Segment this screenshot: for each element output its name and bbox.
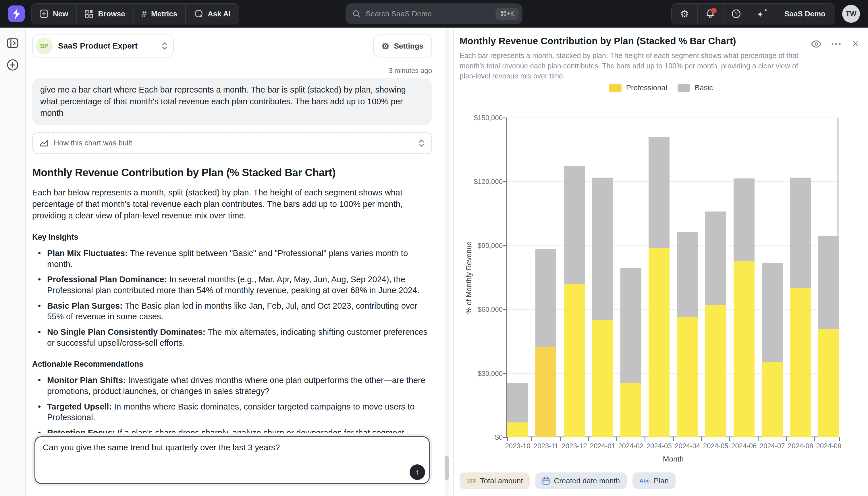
agent-settings-button[interactable]: ⚙ Settings [373, 34, 432, 58]
bar-segment-professional[interactable] [648, 248, 670, 437]
bar-segment-professional[interactable] [818, 329, 839, 437]
bar-segment-basic[interactable] [734, 179, 755, 260]
chat-panel: SP SaaS Product Expert ⚙ Settings 3 minu… [26, 28, 453, 496]
bar-segment-basic[interactable] [677, 232, 698, 317]
browse-button[interactable]: Browse [77, 4, 133, 24]
settings-gear-button[interactable]: ⚙ [672, 4, 698, 24]
chat-header: SP SaaS Product Expert ⚙ Settings [32, 34, 432, 58]
bar-segment-professional[interactable] [790, 288, 811, 437]
bar-2023-11[interactable] [535, 118, 556, 437]
new-button[interactable]: New [32, 4, 77, 24]
x-axis-tick [645, 437, 645, 441]
x-axis-tick [616, 437, 617, 441]
field-tag-created-date-month[interactable]: Created date month [535, 472, 627, 489]
chat-scroll-area: SP SaaS Product Expert ⚙ Settings 3 minu… [32, 34, 432, 433]
agent-select[interactable]: SP SaaS Product Expert [32, 34, 174, 58]
field-tag-label: Total amount [480, 477, 523, 485]
global-search[interactable]: Search SaaS Demo ⌘+K [345, 3, 523, 24]
nav-button-group: New Browse # Metrics Ask AI [31, 3, 239, 25]
app-logo[interactable] [8, 5, 25, 22]
send-button[interactable]: ↑ [409, 464, 425, 480]
bar-segment-professional[interactable] [677, 317, 698, 437]
bar-2024-06[interactable] [734, 118, 755, 437]
bar-2024-03[interactable] [648, 118, 670, 437]
bar-segment-basic[interactable] [507, 383, 528, 422]
bar-segment-basic[interactable] [648, 137, 670, 248]
y-axis-tick-label: $60,000 [457, 306, 503, 313]
list-item: Targeted Upsell: In months where Basic d… [32, 401, 432, 423]
expand-sidebar-button[interactable] [6, 37, 19, 49]
insights-list: Plan Mix Fluctuates: The revenue split b… [32, 248, 432, 348]
help-button[interactable]: ? [724, 4, 750, 24]
article-title: Monthly Revenue Contribution by Plan (% … [32, 167, 432, 179]
insights-heading: Key Insights [32, 233, 432, 242]
field-tag-total-amount[interactable]: 123 Total amount [460, 472, 530, 489]
bar-segment-basic[interactable] [762, 263, 783, 362]
field-tag-label: Created date month [554, 477, 620, 485]
recommendations-list: Monitor Plan Shifts: Investigate what dr… [32, 375, 432, 433]
navbar-icon-group: ⚙ ? ✦✦ SaaS Demo [671, 3, 835, 25]
notification-dot [711, 8, 717, 14]
bar-segment-professional[interactable] [507, 422, 528, 437]
chat-input[interactable]: Can you give the same trend but quarterl… [34, 436, 430, 484]
article-intro: Each bar below represents a month, split… [32, 187, 432, 221]
bar-2024-02[interactable] [621, 118, 641, 437]
bar-segment-basic[interactable] [818, 236, 839, 328]
new-thread-button[interactable] [6, 59, 19, 71]
bar-segment-professional[interactable] [592, 320, 613, 437]
chat-scrollbar-thumb[interactable] [445, 456, 449, 480]
bar-segment-basic[interactable] [535, 249, 556, 347]
bar-2024-04[interactable] [677, 118, 698, 437]
navbar-right: ⚙ ? ✦✦ SaaS Demo [671, 3, 860, 25]
bar-segment-professional[interactable] [734, 261, 755, 437]
bar-segment-professional[interactable] [535, 347, 556, 437]
search-placeholder: Search SaaS Demo [366, 10, 496, 18]
bar-2023-10[interactable] [507, 118, 528, 437]
field-tags: 123 Total amount Created date month Abc … [460, 472, 676, 489]
metrics-button[interactable]: # Metrics [133, 4, 186, 24]
x-axis-tick [588, 437, 589, 441]
bar-2024-08[interactable] [790, 118, 811, 437]
bar-segment-professional[interactable] [621, 383, 641, 437]
agent-name: SaaS Product Expert [58, 41, 138, 50]
list-item: No Single Plan Consistently Dominates: T… [32, 327, 432, 348]
chart-panel: Monthly Revenue Contribution by Plan (St… [453, 28, 868, 496]
arrow-up-icon: ↑ [415, 467, 419, 477]
bar-segment-basic[interactable] [621, 268, 641, 383]
bar-segment-basic[interactable] [592, 177, 613, 321]
x-axis-tick-label: 2024-07 [760, 442, 785, 450]
bar-2024-05[interactable] [705, 118, 726, 437]
how-chart-built-toggle[interactable]: How this chart was built [32, 132, 432, 154]
workspace-button[interactable]: SaaS Demo [775, 4, 835, 24]
user-message-bubble: give me a bar chart where Each bar repre… [32, 78, 432, 125]
assistant-message: Monthly Revenue Contribution by Plan (% … [32, 167, 432, 433]
bar-segment-basic[interactable] [564, 166, 585, 284]
bar-2024-07[interactable] [762, 118, 783, 437]
bar-segment-basic[interactable] [705, 212, 726, 305]
hash-icon: # [142, 9, 146, 19]
chat-scrollbar[interactable] [445, 28, 449, 496]
bar-segment-professional[interactable] [564, 284, 585, 437]
bar-segment-basic[interactable] [790, 177, 811, 288]
user-avatar[interactable]: TW [842, 5, 860, 23]
x-axis-tick [507, 437, 508, 441]
ai-sparkles-button[interactable]: ✦✦ [750, 4, 775, 24]
bar-segment-professional[interactable] [762, 362, 783, 437]
bar-2024-01[interactable] [592, 118, 613, 437]
number-field-icon: 123 [466, 478, 476, 484]
metrics-button-label: Metrics [151, 10, 177, 18]
field-tag-label: Plan [654, 477, 669, 485]
settings-button-label: Settings [394, 42, 423, 50]
bar-2023-12[interactable] [564, 118, 585, 437]
bar-2024-09[interactable] [818, 118, 839, 437]
ask-ai-button[interactable]: Ask AI [186, 4, 239, 24]
search-icon [352, 10, 360, 18]
x-axis-tick [786, 437, 787, 441]
bar-segment-professional[interactable] [705, 305, 726, 437]
field-tag-plan[interactable]: Abc Plan [632, 472, 676, 489]
grid-icon [85, 10, 93, 18]
svg-text:?: ? [735, 11, 738, 17]
notifications-button[interactable] [698, 4, 724, 24]
recommendations-heading: Actionable Recommendations [32, 360, 432, 369]
top-navbar: New Browse # Metrics Ask AI [0, 0, 868, 28]
